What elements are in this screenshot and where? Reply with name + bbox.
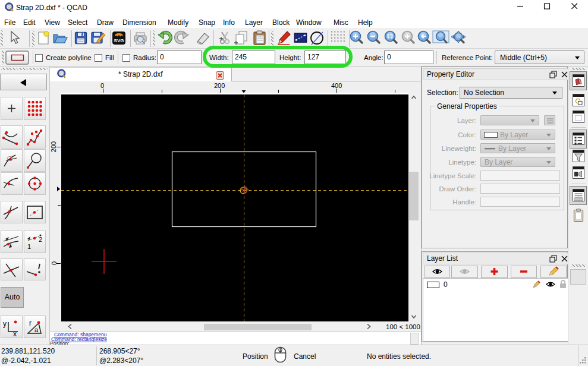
svg-text:r: r bbox=[29, 319, 32, 327]
svg-text:2: 2 bbox=[39, 236, 42, 243]
svg-text:SVG: SVG bbox=[114, 38, 124, 43]
svg-text:x: x bbox=[13, 330, 17, 337]
svg-text:a: a bbox=[34, 326, 39, 333]
svg-text:1: 1 bbox=[27, 243, 31, 250]
svg-text:y: y bbox=[3, 320, 7, 328]
